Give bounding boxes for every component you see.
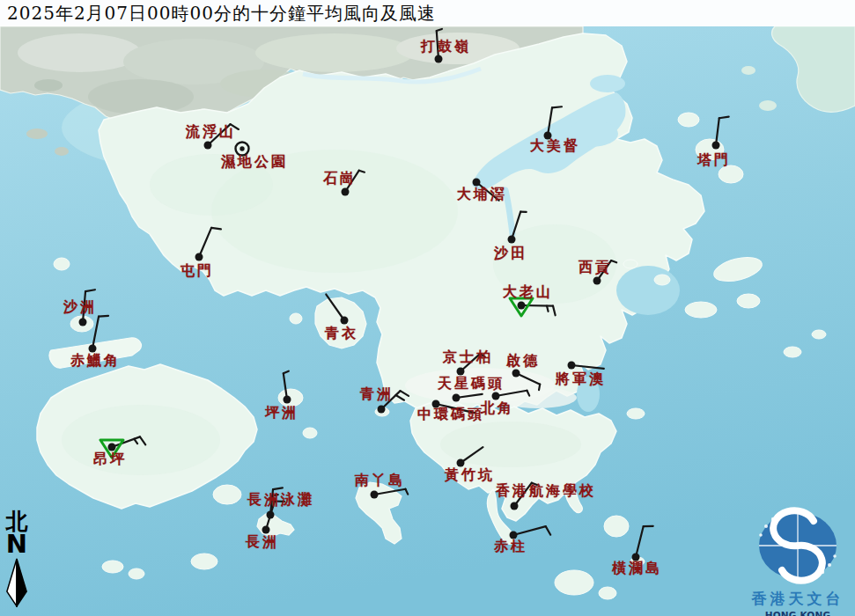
station-label-tseung-kwan-o[interactable]: 將軍澳	[556, 372, 606, 387]
deep-bay-islet	[55, 147, 69, 156]
deep-bay-islet	[34, 79, 63, 92]
station-dot-icon[interactable]	[511, 502, 519, 510]
station-label-cheung-chau[interactable]: 長洲	[246, 535, 279, 550]
wind-barb-half	[539, 385, 540, 390]
station-dot-icon[interactable]	[79, 319, 87, 326]
islet	[741, 66, 755, 75]
station-label-tsing-yi[interactable]: 青衣	[325, 326, 358, 341]
ma-wan	[290, 313, 302, 324]
station-dot-icon[interactable]	[712, 142, 720, 150]
station-label-shek-kong[interactable]: 石崗	[323, 172, 357, 187]
station-dot-icon[interactable]	[240, 146, 244, 150]
hko-name-chinese: 香港天文台	[740, 589, 855, 609]
station-label-tuen-mun[interactable]: 屯門	[181, 264, 214, 279]
station-dot-icon[interactable]	[435, 55, 443, 63]
station-dot-icon[interactable]	[342, 188, 350, 196]
wind-barb-full	[211, 228, 221, 230]
ninepin-islands	[784, 347, 801, 357]
station-dot-icon[interactable]	[568, 362, 576, 370]
islet	[759, 100, 777, 111]
station-label-north-point[interactable]: 北角	[481, 401, 514, 416]
lantau-hills	[62, 405, 220, 475]
station-label-lamma-island[interactable]: 南丫島	[355, 473, 405, 488]
north-compass: 北 N	[2, 510, 32, 607]
station-dot-icon[interactable]	[204, 142, 212, 150]
station-label-chek-lap-kok[interactable]: 赤鱲角	[70, 354, 121, 369]
station-label-tap-mun[interactable]: 塔門	[697, 153, 731, 168]
hko-logo-icon	[740, 507, 855, 584]
station-label-lau-fau-shan[interactable]: 流浮山	[186, 125, 236, 140]
islet	[654, 275, 670, 285]
tung-lung-chau	[604, 516, 629, 537]
station-dot-icon[interactable]	[453, 394, 461, 402]
station-label-peng-chau[interactable]: 坪洲	[265, 406, 299, 421]
shek-kwu-chau	[191, 554, 217, 569]
station-dot-icon[interactable]	[378, 406, 386, 414]
station-dot-icon[interactable]	[371, 491, 379, 499]
station-label-tates-cairn[interactable]: 大老山	[503, 285, 553, 300]
map-title: 2025年2月07日00時00分的十分鐘平均風向及風速	[7, 2, 436, 26]
north-needle-icon	[5, 558, 28, 607]
station-label-sha-tin[interactable]: 沙田	[494, 246, 527, 261]
wind-barb-half	[547, 306, 549, 312]
hko-name-english: HONG KONG OBSERVATORY	[740, 610, 855, 616]
islet	[685, 302, 717, 318]
title-bar: 2025年2月07日00時00分的十分鐘平均風向及風速	[0, 0, 855, 26]
islet	[627, 408, 645, 419]
station-label-star-ferry-pier[interactable]: 天星碼頭	[438, 377, 505, 392]
station-label-kai-tak[interactable]: 啟德	[506, 354, 540, 369]
islet	[812, 330, 826, 339]
hei-ling-chau	[213, 485, 241, 504]
station-label-sai-kung[interactable]: 西貢	[579, 260, 612, 275]
station-dot-icon[interactable]	[593, 277, 601, 285]
station-label-green-island[interactable]: 青洲	[360, 387, 394, 402]
soko-islands	[129, 568, 144, 579]
kau-yi-chau	[303, 428, 317, 438]
starling-inlet	[590, 75, 625, 92]
station-dot-icon[interactable]	[518, 302, 526, 310]
station-label-stanley[interactable]: 赤柱	[494, 539, 527, 554]
islet	[623, 260, 638, 268]
station-label-tai-mei-tuk[interactable]: 大美督	[530, 139, 580, 154]
station-dot-icon[interactable]	[341, 317, 349, 325]
wind-barb-full	[719, 117, 729, 119]
po-toi	[555, 570, 593, 595]
station-dot-icon[interactable]	[508, 236, 516, 244]
hko-logo: 香港天文台 HONG KONG OBSERVATORY	[740, 507, 855, 616]
islet	[719, 165, 743, 183]
station-dot-icon[interactable]	[512, 370, 520, 378]
station-dot-icon[interactable]	[195, 253, 203, 261]
station-label-central-pier[interactable]: 中環碼頭	[417, 407, 484, 422]
islet	[737, 294, 760, 308]
deep-bay-islet	[26, 128, 48, 139]
wind-barb-full	[552, 106, 562, 107]
station-label-wetland-park[interactable]: 濕地公園	[221, 155, 288, 170]
islet	[678, 113, 699, 127]
station-label-waglan-island[interactable]: 橫瀾島	[612, 561, 662, 576]
station-label-ta-kwu-ling[interactable]: 打鼓嶺	[421, 40, 471, 55]
station-label-tai-po-kau[interactable]: 大埔滘	[457, 187, 507, 202]
wind-barb-full	[99, 316, 108, 317]
station-dot-icon[interactable]	[284, 396, 291, 404]
station-label-cheung-chau-beach[interactable]: 長洲泳灘	[247, 493, 314, 508]
station-label-wong-chuk-hang[interactable]: 黃竹坑	[445, 468, 495, 483]
wind-staff	[521, 305, 553, 306]
hko-wind-map: 打鼓嶺流浮山濕地公園石崗大埔滘沙田大美督塔門屯門沙洲赤鱲角青衣大老山西貢京士柏啟…	[0, 0, 855, 616]
port-shelter	[616, 266, 680, 315]
north-letter: N	[2, 532, 32, 557]
islet	[599, 587, 616, 599]
lung-kwu-chau	[54, 258, 70, 270]
station-label-kings-park[interactable]: 京士柏	[443, 350, 493, 365]
station-label-hk-sea-school[interactable]: 香港航海學校	[496, 484, 596, 499]
station-label-ngong-ping[interactable]: 昂坪	[93, 452, 127, 467]
map-canvas	[0, 0, 855, 616]
soko-islands	[102, 561, 123, 573]
station-label-sha-chau[interactable]: 沙洲	[63, 300, 97, 315]
